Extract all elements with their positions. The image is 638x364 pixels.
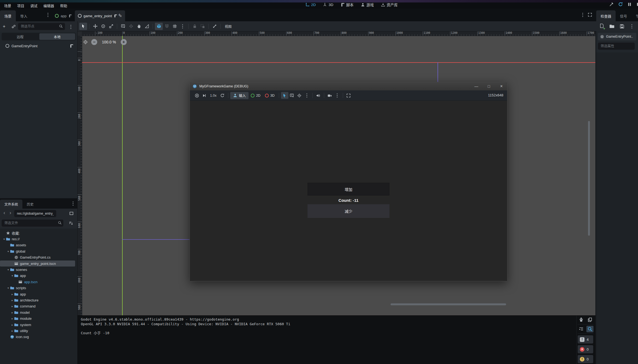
tree-item-assets[interactable]: assets — [0, 242, 75, 248]
decrease-button[interactable]: 减少 — [308, 204, 389, 218]
tree-item-system[interactable]: system — [0, 322, 75, 328]
chevron-icon[interactable] — [10, 329, 14, 332]
save-resource-icon[interactable] — [620, 24, 624, 29]
scene-tab-app[interactable]: app — [52, 10, 75, 21]
tree-item-model[interactable]: model — [0, 309, 75, 315]
move-tool-button[interactable] — [91, 23, 99, 30]
pan-tool-button[interactable] — [135, 23, 143, 30]
forward-button[interactable]: › — [8, 210, 13, 216]
resource-options-menu-icon[interactable] — [631, 26, 632, 27]
speed-label[interactable]: 1.0x — [208, 94, 219, 97]
zoom-in-button[interactable]: + — [121, 39, 127, 45]
tab-node[interactable]: 节点 — [631, 10, 638, 21]
game-window-titlebar[interactable]: MyGFrameworkGame (DEBUG) — □ × — [190, 82, 507, 90]
zoom-level-label[interactable]: 100.0 % — [101, 40, 117, 44]
tree-item-gameentrypoint-cs[interactable]: GameEntryPoint.cs — [0, 254, 75, 261]
new-scene-tab-button[interactable]: + — [118, 12, 121, 18]
select-mode-button[interactable] — [281, 92, 288, 99]
errors-badge[interactable]: ×0 — [578, 345, 593, 353]
chevron-icon[interactable] — [10, 299, 14, 302]
script-icon[interactable] — [70, 44, 73, 48]
tab-import[interactable]: 导入 — [16, 10, 32, 21]
skeleton-options-button[interactable] — [211, 23, 218, 30]
filesystem-menu-icon[interactable] — [73, 203, 73, 204]
list-select-button[interactable] — [119, 23, 127, 30]
chevron-icon[interactable] — [6, 286, 10, 289]
tab-history[interactable]: 历史 — [22, 200, 38, 209]
tree-item-utility[interactable]: utility — [0, 328, 75, 334]
chevron-icon[interactable] — [10, 311, 14, 314]
tree-item-architecture[interactable]: architecture — [0, 297, 75, 303]
chevron-icon[interactable] — [10, 323, 14, 326]
dock-tabs-menu-icon[interactable] — [48, 14, 48, 15]
tree-item-scripts-app[interactable]: app — [0, 291, 75, 297]
workspace-game[interactable]: 游戏 — [361, 2, 374, 7]
chevron-icon[interactable] — [10, 305, 14, 308]
chevron-icon[interactable] — [10, 274, 14, 277]
grid-snap-button[interactable] — [163, 23, 171, 30]
horizontal-scrollbar[interactable] — [391, 303, 506, 305]
pause-button[interactable] — [627, 2, 632, 7]
workspace-assetlib[interactable]: 资产库 — [381, 2, 398, 7]
snap-config-button[interactable] — [171, 23, 179, 30]
add-node-button[interactable]: + — [3, 24, 5, 29]
tree-item-favorites[interactable]: 收藏: — [0, 230, 75, 236]
tab-scene[interactable]: 场景 — [0, 10, 16, 21]
clear-output-icon[interactable] — [579, 317, 584, 322]
workspace-3d[interactable]: 3D — [323, 3, 333, 7]
tree-item-app-tscn[interactable]: app.tscn — [0, 279, 75, 285]
more-options-menu[interactable] — [333, 92, 341, 99]
tree-item-icon-svg[interactable]: icon.svg — [0, 334, 75, 340]
lock-button[interactable] — [191, 23, 199, 30]
path-input[interactable] — [14, 210, 56, 217]
chevron-icon[interactable] — [6, 250, 10, 253]
tab-inspector[interactable]: 检查器 — [596, 10, 616, 21]
collapse-output-icon[interactable] — [579, 327, 584, 332]
menu-debug[interactable]: 调试 — [27, 3, 40, 8]
menu-help[interactable]: 帮助 — [57, 3, 70, 8]
smart-snap-button[interactable] — [155, 23, 163, 30]
input-toggle-button[interactable]: 输入 — [230, 92, 249, 99]
mute-audio-button[interactable] — [315, 92, 322, 99]
restart-game-button[interactable] — [219, 92, 226, 99]
center-view-icon[interactable] — [83, 40, 88, 45]
chevron-icon[interactable] — [6, 268, 10, 271]
workspace-script[interactable]: 脚本 — [341, 2, 354, 7]
group-button[interactable] — [199, 23, 206, 30]
movie-camera-button[interactable] — [326, 92, 333, 99]
load-resource-icon[interactable] — [610, 24, 614, 29]
view-options-menu[interactable] — [303, 92, 311, 99]
scene-tabs-menu-icon[interactable] — [582, 14, 583, 15]
filter-properties-input[interactable] — [598, 43, 635, 50]
tree-item-command[interactable]: command — [0, 303, 75, 309]
increase-button[interactable]: 增加 — [308, 183, 389, 196]
tree-item-scenes[interactable]: scenes — [0, 267, 75, 273]
remote-toggle[interactable]: 远程 — [2, 33, 38, 40]
menu-scene[interactable]: 场景 — [1, 3, 14, 8]
snap-options-menu[interactable] — [179, 23, 187, 30]
tree-item-scripts[interactable]: scripts — [0, 285, 75, 291]
menu-editor[interactable]: 编辑器 — [40, 3, 57, 8]
expand-editor-icon[interactable] — [588, 13, 592, 17]
menu-project[interactable]: 项目 — [14, 3, 27, 8]
camera-2d-button[interactable]: 2D — [249, 94, 263, 97]
next-frame-button[interactable] — [200, 92, 208, 99]
maximize-button[interactable]: □ — [484, 82, 494, 90]
minimize-button[interactable]: — — [472, 82, 481, 90]
suspend-button[interactable] — [193, 92, 200, 99]
camera-3d-button[interactable]: 3D — [263, 94, 277, 97]
chevron-icon[interactable] — [10, 293, 14, 296]
local-toggle[interactable]: 本地 — [39, 33, 75, 40]
tree-item-module[interactable]: module — [0, 315, 75, 321]
chevron-icon[interactable] — [10, 317, 14, 320]
search-output-icon[interactable] — [586, 326, 593, 332]
ruler-tool-button[interactable] — [143, 23, 151, 30]
view-menu-button[interactable]: 视图 — [223, 24, 234, 29]
sort-files-icon[interactable] — [69, 221, 73, 225]
filter-files-input[interactable] — [2, 220, 63, 227]
warnings-badge[interactable]: !0 — [578, 355, 593, 363]
stop-button[interactable] — [636, 2, 638, 7]
chevron-icon[interactable] — [2, 238, 6, 241]
close-button[interactable]: × — [497, 82, 506, 90]
vertical-scrollbar[interactable] — [588, 121, 590, 236]
